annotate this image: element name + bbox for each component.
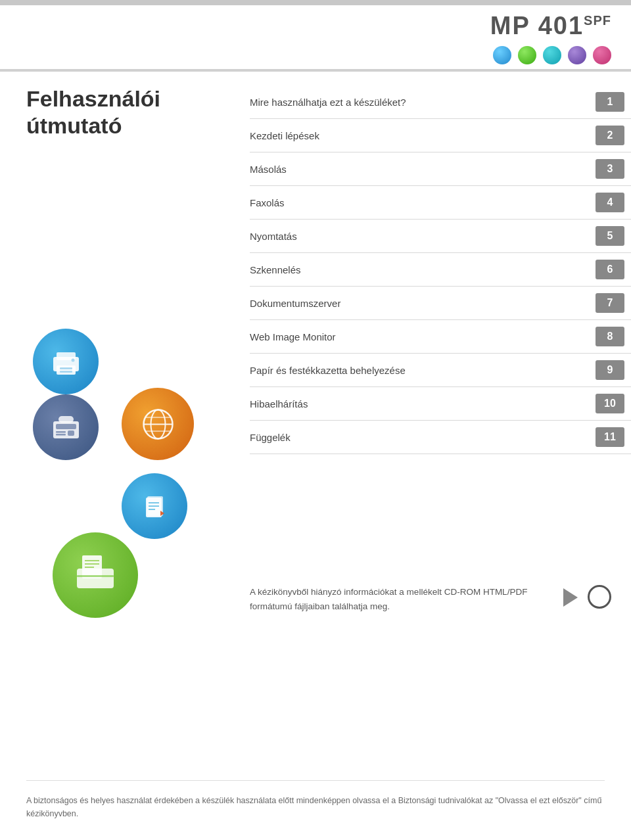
toc-item-6: Szkennelés 6 (250, 253, 631, 287)
document-svg (137, 488, 173, 525)
toc-label-1: Mire használhatja ezt a készüléket? (250, 97, 596, 108)
toc-number-4: 4 (596, 193, 624, 212)
toc-number-6: 6 (596, 260, 624, 279)
toc-label-2: Kezdeti lépések (250, 130, 596, 141)
toc-number-10: 10 (596, 394, 624, 413)
toc-number-7: 7 (596, 293, 624, 313)
cd-circle-icon (588, 585, 611, 609)
model-header: MP 401SPF (490, 12, 611, 40)
scanner-svg (69, 549, 122, 601)
svg-rect-3 (60, 367, 72, 369)
printer-svg (48, 344, 84, 380)
svg-rect-6 (53, 421, 79, 438)
header-divider (0, 69, 631, 72)
title-line2: útmutató (26, 113, 122, 138)
svg-rect-10 (68, 431, 74, 436)
toc-number-3: 3 (596, 159, 624, 179)
top-bar (0, 0, 631, 5)
toc-label-6: Szkennelés (250, 264, 596, 275)
toc-label-8: Web Image Monitor (250, 331, 596, 342)
svg-rect-28 (77, 575, 114, 577)
color-dots-row (493, 46, 611, 64)
safety-text-content: A biztonságos és helyes használat érdeké… (26, 796, 601, 818)
toc-item-11: Függelék 11 (250, 421, 631, 454)
model-name: MP 401 (490, 12, 584, 39)
toc-number-9: 9 (596, 360, 624, 380)
toc-item-9: Papír és festékkazetta behelyezése 9 (250, 354, 631, 387)
svg-rect-4 (60, 371, 72, 373)
fax-svg (48, 409, 84, 446)
toc-item-8: Web Image Monitor 8 (250, 320, 631, 354)
green-dot (518, 46, 536, 64)
toc-item-1: Mire használhatja ezt a készüléket? 1 (250, 85, 631, 119)
model-suffix: SPF (584, 13, 611, 28)
globe-icon-circle (122, 388, 194, 460)
table-of-contents: Mire használhatja ezt a készüléket? 1 Ke… (250, 85, 631, 454)
page-title: Felhasználói útmutató (26, 85, 160, 139)
svg-rect-9 (56, 434, 66, 436)
toc-label-9: Papír és festékkazetta behelyezése (250, 365, 596, 376)
toc-item-4: Faxolás 4 (250, 186, 631, 220)
purple-dot (568, 46, 586, 64)
toc-number-1: 1 (596, 92, 624, 112)
toc-label-10: Hibaelhárítás (250, 398, 596, 409)
toc-label-5: Nyomtatás (250, 231, 596, 242)
toc-label-4: Faxolás (250, 197, 596, 208)
svg-rect-2 (57, 365, 76, 375)
toc-number-5: 5 (596, 226, 624, 246)
scanner-icon-circle (53, 532, 138, 618)
toc-number-8: 8 (596, 327, 624, 346)
globe-svg (137, 403, 179, 446)
svg-point-5 (71, 358, 74, 362)
svg-rect-8 (56, 431, 66, 433)
title-line1: Felhasználói (26, 86, 160, 111)
blue-dot (493, 46, 511, 64)
document-icon-circle (122, 473, 187, 539)
toc-item-7: Dokumentumszerver 7 (250, 287, 631, 320)
fax-icon-circle (33, 394, 99, 460)
info-text: A kézikönyvből hiányzó információkat a m… (250, 585, 553, 613)
toc-item-3: Másolás 3 (250, 152, 631, 186)
pink-dot (593, 46, 611, 64)
model-title: MP 401SPF (490, 12, 611, 40)
svg-rect-7 (56, 424, 76, 429)
cyan-dot (543, 46, 561, 64)
toc-number-11: 11 (596, 427, 624, 447)
toc-item-10: Hibaelhárítás 10 (250, 387, 631, 421)
arrow-icon (563, 588, 578, 607)
toc-number-2: 2 (596, 126, 624, 145)
printer-icon-circle (33, 329, 99, 394)
safety-text: A biztonságos és helyes használat érdeké… (26, 780, 605, 820)
toc-item-5: Nyomtatás 5 (250, 220, 631, 253)
toc-label-3: Másolás (250, 164, 596, 175)
svg-rect-11 (58, 416, 74, 423)
toc-item-2: Kezdeti lépések 2 (250, 119, 631, 152)
toc-label-7: Dokumentumszerver (250, 298, 596, 309)
toc-label-11: Függelék (250, 432, 596, 443)
info-section: A kézikönyvből hiányzó információkat a m… (250, 585, 611, 613)
svg-rect-18 (146, 498, 162, 517)
